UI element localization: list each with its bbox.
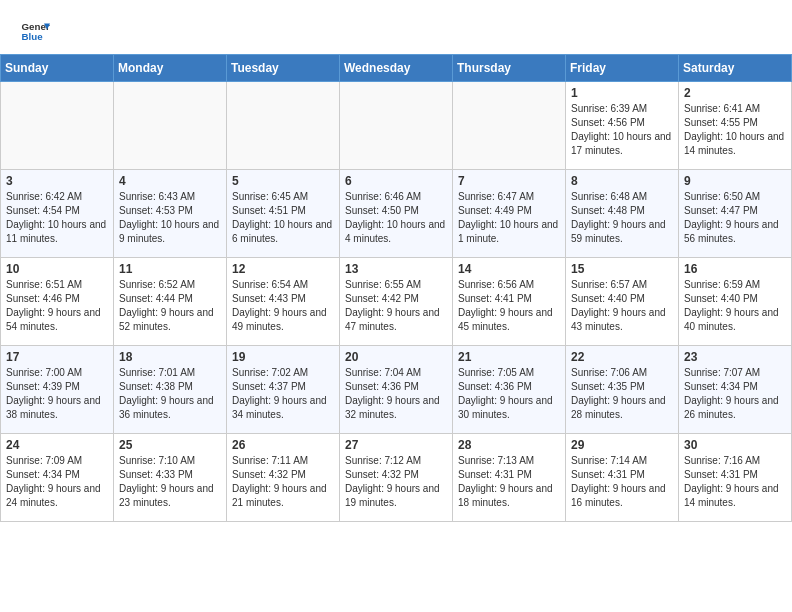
day-info: Sunrise: 6:47 AM Sunset: 4:49 PM Dayligh… <box>458 190 560 246</box>
day-cell: 1Sunrise: 6:39 AM Sunset: 4:56 PM Daylig… <box>566 82 679 170</box>
weekday-wednesday: Wednesday <box>340 55 453 82</box>
day-number: 29 <box>571 438 673 452</box>
day-info: Sunrise: 7:11 AM Sunset: 4:32 PM Dayligh… <box>232 454 334 510</box>
day-cell: 16Sunrise: 6:59 AM Sunset: 4:40 PM Dayli… <box>679 258 792 346</box>
day-number: 6 <box>345 174 447 188</box>
day-number: 18 <box>119 350 221 364</box>
day-number: 3 <box>6 174 108 188</box>
day-info: Sunrise: 6:55 AM Sunset: 4:42 PM Dayligh… <box>345 278 447 334</box>
logo: General Blue <box>20 16 50 46</box>
day-info: Sunrise: 6:59 AM Sunset: 4:40 PM Dayligh… <box>684 278 786 334</box>
day-cell: 25Sunrise: 7:10 AM Sunset: 4:33 PM Dayli… <box>114 434 227 522</box>
day-cell: 24Sunrise: 7:09 AM Sunset: 4:34 PM Dayli… <box>1 434 114 522</box>
weekday-thursday: Thursday <box>453 55 566 82</box>
svg-text:Blue: Blue <box>22 31 44 42</box>
day-number: 12 <box>232 262 334 276</box>
day-cell: 11Sunrise: 6:52 AM Sunset: 4:44 PM Dayli… <box>114 258 227 346</box>
day-info: Sunrise: 6:48 AM Sunset: 4:48 PM Dayligh… <box>571 190 673 246</box>
day-cell: 19Sunrise: 7:02 AM Sunset: 4:37 PM Dayli… <box>227 346 340 434</box>
day-number: 11 <box>119 262 221 276</box>
day-number: 19 <box>232 350 334 364</box>
day-info: Sunrise: 6:46 AM Sunset: 4:50 PM Dayligh… <box>345 190 447 246</box>
day-info: Sunrise: 7:06 AM Sunset: 4:35 PM Dayligh… <box>571 366 673 422</box>
day-cell: 30Sunrise: 7:16 AM Sunset: 4:31 PM Dayli… <box>679 434 792 522</box>
day-number: 14 <box>458 262 560 276</box>
day-info: Sunrise: 7:10 AM Sunset: 4:33 PM Dayligh… <box>119 454 221 510</box>
day-cell: 13Sunrise: 6:55 AM Sunset: 4:42 PM Dayli… <box>340 258 453 346</box>
day-number: 4 <box>119 174 221 188</box>
day-info: Sunrise: 7:09 AM Sunset: 4:34 PM Dayligh… <box>6 454 108 510</box>
day-cell: 7Sunrise: 6:47 AM Sunset: 4:49 PM Daylig… <box>453 170 566 258</box>
day-info: Sunrise: 7:12 AM Sunset: 4:32 PM Dayligh… <box>345 454 447 510</box>
day-number: 2 <box>684 86 786 100</box>
day-info: Sunrise: 7:04 AM Sunset: 4:36 PM Dayligh… <box>345 366 447 422</box>
day-number: 13 <box>345 262 447 276</box>
day-cell: 9Sunrise: 6:50 AM Sunset: 4:47 PM Daylig… <box>679 170 792 258</box>
day-number: 5 <box>232 174 334 188</box>
day-cell: 17Sunrise: 7:00 AM Sunset: 4:39 PM Dayli… <box>1 346 114 434</box>
day-number: 7 <box>458 174 560 188</box>
day-info: Sunrise: 6:43 AM Sunset: 4:53 PM Dayligh… <box>119 190 221 246</box>
week-row-2: 3Sunrise: 6:42 AM Sunset: 4:54 PM Daylig… <box>1 170 792 258</box>
day-info: Sunrise: 6:56 AM Sunset: 4:41 PM Dayligh… <box>458 278 560 334</box>
day-info: Sunrise: 7:02 AM Sunset: 4:37 PM Dayligh… <box>232 366 334 422</box>
day-cell: 21Sunrise: 7:05 AM Sunset: 4:36 PM Dayli… <box>453 346 566 434</box>
day-cell <box>453 82 566 170</box>
day-info: Sunrise: 7:01 AM Sunset: 4:38 PM Dayligh… <box>119 366 221 422</box>
weekday-header-row: SundayMondayTuesdayWednesdayThursdayFrid… <box>1 55 792 82</box>
day-number: 8 <box>571 174 673 188</box>
calendar-body: 1Sunrise: 6:39 AM Sunset: 4:56 PM Daylig… <box>1 82 792 522</box>
week-row-4: 17Sunrise: 7:00 AM Sunset: 4:39 PM Dayli… <box>1 346 792 434</box>
day-cell <box>114 82 227 170</box>
day-cell: 12Sunrise: 6:54 AM Sunset: 4:43 PM Dayli… <box>227 258 340 346</box>
day-number: 25 <box>119 438 221 452</box>
day-info: Sunrise: 7:14 AM Sunset: 4:31 PM Dayligh… <box>571 454 673 510</box>
day-number: 16 <box>684 262 786 276</box>
day-info: Sunrise: 6:51 AM Sunset: 4:46 PM Dayligh… <box>6 278 108 334</box>
day-number: 17 <box>6 350 108 364</box>
weekday-saturday: Saturday <box>679 55 792 82</box>
day-cell: 4Sunrise: 6:43 AM Sunset: 4:53 PM Daylig… <box>114 170 227 258</box>
day-cell: 29Sunrise: 7:14 AM Sunset: 4:31 PM Dayli… <box>566 434 679 522</box>
day-cell <box>1 82 114 170</box>
week-row-5: 24Sunrise: 7:09 AM Sunset: 4:34 PM Dayli… <box>1 434 792 522</box>
day-number: 30 <box>684 438 786 452</box>
weekday-tuesday: Tuesday <box>227 55 340 82</box>
day-info: Sunrise: 6:42 AM Sunset: 4:54 PM Dayligh… <box>6 190 108 246</box>
day-info: Sunrise: 7:13 AM Sunset: 4:31 PM Dayligh… <box>458 454 560 510</box>
day-number: 27 <box>345 438 447 452</box>
week-row-3: 10Sunrise: 6:51 AM Sunset: 4:46 PM Dayli… <box>1 258 792 346</box>
day-info: Sunrise: 7:07 AM Sunset: 4:34 PM Dayligh… <box>684 366 786 422</box>
day-cell: 23Sunrise: 7:07 AM Sunset: 4:34 PM Dayli… <box>679 346 792 434</box>
weekday-friday: Friday <box>566 55 679 82</box>
day-cell: 8Sunrise: 6:48 AM Sunset: 4:48 PM Daylig… <box>566 170 679 258</box>
day-info: Sunrise: 6:45 AM Sunset: 4:51 PM Dayligh… <box>232 190 334 246</box>
day-info: Sunrise: 7:16 AM Sunset: 4:31 PM Dayligh… <box>684 454 786 510</box>
day-cell: 5Sunrise: 6:45 AM Sunset: 4:51 PM Daylig… <box>227 170 340 258</box>
weekday-sunday: Sunday <box>1 55 114 82</box>
day-number: 23 <box>684 350 786 364</box>
day-cell: 3Sunrise: 6:42 AM Sunset: 4:54 PM Daylig… <box>1 170 114 258</box>
week-row-1: 1Sunrise: 6:39 AM Sunset: 4:56 PM Daylig… <box>1 82 792 170</box>
day-info: Sunrise: 7:00 AM Sunset: 4:39 PM Dayligh… <box>6 366 108 422</box>
day-number: 21 <box>458 350 560 364</box>
day-info: Sunrise: 6:52 AM Sunset: 4:44 PM Dayligh… <box>119 278 221 334</box>
day-info: Sunrise: 6:57 AM Sunset: 4:40 PM Dayligh… <box>571 278 673 334</box>
day-cell: 26Sunrise: 7:11 AM Sunset: 4:32 PM Dayli… <box>227 434 340 522</box>
day-info: Sunrise: 6:54 AM Sunset: 4:43 PM Dayligh… <box>232 278 334 334</box>
day-number: 9 <box>684 174 786 188</box>
day-cell: 20Sunrise: 7:04 AM Sunset: 4:36 PM Dayli… <box>340 346 453 434</box>
page-header: General Blue <box>0 0 792 54</box>
day-cell <box>227 82 340 170</box>
day-cell: 2Sunrise: 6:41 AM Sunset: 4:55 PM Daylig… <box>679 82 792 170</box>
calendar-table: SundayMondayTuesdayWednesdayThursdayFrid… <box>0 54 792 522</box>
logo-icon: General Blue <box>20 16 50 46</box>
day-cell: 6Sunrise: 6:46 AM Sunset: 4:50 PM Daylig… <box>340 170 453 258</box>
day-number: 15 <box>571 262 673 276</box>
day-cell: 18Sunrise: 7:01 AM Sunset: 4:38 PM Dayli… <box>114 346 227 434</box>
day-number: 24 <box>6 438 108 452</box>
day-cell <box>340 82 453 170</box>
day-number: 28 <box>458 438 560 452</box>
day-cell: 27Sunrise: 7:12 AM Sunset: 4:32 PM Dayli… <box>340 434 453 522</box>
day-number: 1 <box>571 86 673 100</box>
